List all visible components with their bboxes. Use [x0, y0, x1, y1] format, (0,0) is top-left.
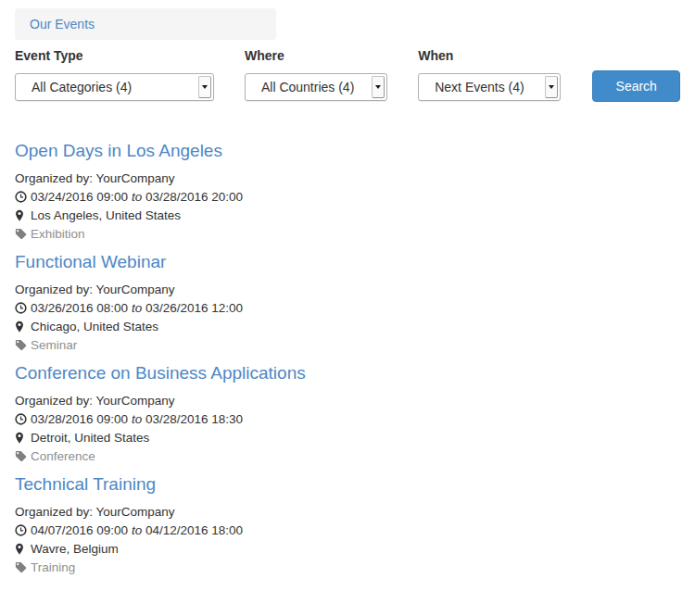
event-dates: 03/28/2016 09:00 to 03/28/2016 18:30: [15, 410, 680, 429]
event-search-filters: Event Type All Categories (4) Where All …: [15, 49, 680, 102]
event-title: Conference on Business Applications: [15, 362, 680, 384]
event-organizer: Organized by: YourCompany: [15, 392, 680, 410]
event-type-selected-value: All Categories (4): [32, 80, 132, 94]
where-select[interactable]: All Countries (4): [245, 73, 387, 101]
caret-down-icon[interactable]: [372, 76, 385, 98]
event-title: Open Days in Los Angeles: [15, 140, 680, 162]
event-card: Technical Training Organized by: YourCom…: [15, 473, 680, 577]
event-title-link[interactable]: Technical Training: [15, 474, 156, 494]
breadcrumb: Our Events: [15, 8, 276, 40]
tag-icon: [15, 336, 27, 355]
event-title-link[interactable]: Functional Webinar: [15, 252, 166, 271]
event-type-select[interactable]: All Categories (4): [15, 73, 214, 101]
filter-group-where: Where All Countries (4): [245, 49, 387, 101]
event-title-link[interactable]: Open Days in Los Angeles: [15, 141, 222, 160]
clock-icon: [15, 410, 27, 429]
event-dates: 03/26/2016 08:00 to 03/26/2016 12:00: [15, 299, 680, 318]
clock-icon: [15, 522, 27, 540]
event-location: Chicago, United States: [15, 318, 680, 336]
event-organizer: Organized by: YourCompany: [15, 503, 680, 522]
clock-icon: [15, 188, 27, 207]
event-location: Detroit, United States: [15, 429, 680, 447]
event-tag: Training: [15, 559, 680, 577]
event-title-link[interactable]: Conference on Business Applications: [15, 363, 306, 383]
breadcrumb-our-events-link[interactable]: Our Events: [30, 17, 95, 31]
map-marker-icon: [15, 540, 27, 559]
event-organizer: Organized by: YourCompany: [15, 170, 680, 188]
when-selected-value: Next Events (4): [435, 80, 524, 94]
where-label: Where: [245, 49, 387, 63]
tag-icon: [15, 447, 27, 466]
when-label: When: [418, 49, 561, 63]
event-tag: Conference: [15, 447, 680, 466]
tag-icon: [15, 225, 27, 244]
search-button[interactable]: Search: [592, 70, 680, 102]
event-card: Functional Webinar Organized by: YourCom…: [15, 251, 680, 355]
caret-down-icon[interactable]: [198, 76, 211, 98]
event-location: Wavre, Belgium: [15, 540, 680, 559]
event-dates: 03/24/2016 09:00 to 03/28/2016 20:00: [15, 188, 680, 207]
event-card: Open Days in Los Angeles Organized by: Y…: [15, 140, 680, 244]
events-list: Open Days in Los Angeles Organized by: Y…: [15, 140, 680, 577]
event-dates: 04/07/2016 09:00 to 04/12/2016 18:00: [15, 522, 680, 540]
where-selected-value: All Countries (4): [261, 80, 354, 94]
event-location: Los Angeles, United States: [15, 207, 680, 225]
when-select[interactable]: Next Events (4): [418, 73, 561, 101]
event-title: Technical Training: [15, 473, 680, 496]
event-card: Conference on Business Applications Orga…: [15, 362, 680, 466]
event-tag: Seminar: [15, 336, 680, 355]
clock-icon: [15, 299, 27, 318]
event-title: Functional Webinar: [15, 251, 680, 273]
caret-down-icon[interactable]: [545, 76, 558, 98]
tag-icon: [15, 559, 27, 577]
filter-group-when: When Next Events (4): [418, 49, 561, 101]
event-tag: Exhibition: [15, 225, 680, 244]
event-organizer: Organized by: YourCompany: [15, 281, 680, 299]
map-marker-icon: [15, 207, 27, 225]
map-marker-icon: [15, 318, 27, 336]
filter-group-event-type: Event Type All Categories (4): [15, 49, 214, 101]
map-marker-icon: [15, 429, 27, 447]
event-type-label: Event Type: [15, 49, 214, 63]
events-page: Our Events Event Type All Categories (4)…: [0, 8, 695, 577]
